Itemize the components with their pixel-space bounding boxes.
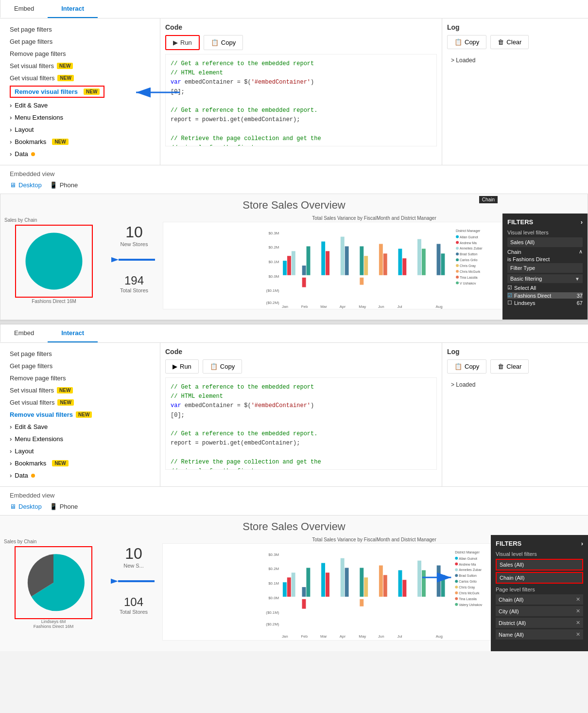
filter-chain-item-2[interactable]: Chain (All)	[497, 573, 582, 583]
tab-embed-top[interactable]: Embed	[0, 0, 48, 18]
svg-rect-24	[417, 239, 421, 275]
tab-interact-bottom[interactable]: Interact	[48, 324, 98, 342]
code-toolbar-1: ▶ Run 📋 Copy	[165, 35, 437, 50]
sidebar-set-visual-filters-1[interactable]: Set visual filters NEW	[0, 60, 160, 72]
copy-log-button-1[interactable]: 📋 Copy	[447, 35, 486, 49]
svg-text:Annelies Zubar: Annelies Zubar	[460, 247, 483, 250]
close-chain-2[interactable]: ✕	[576, 596, 580, 603]
svg-rect-71	[341, 558, 345, 597]
tab-interact-top[interactable]: Interact	[48, 0, 98, 18]
filter-fashions-direct-1[interactable]: ☑ Fashions Direct 37	[507, 292, 583, 299]
svg-text:$0.0M: $0.0M	[268, 274, 279, 279]
log-content-2: > Loaded	[447, 377, 583, 392]
chevron-icon-7: ›	[10, 435, 12, 443]
svg-rect-84	[360, 599, 363, 606]
svg-point-104	[455, 586, 458, 588]
filters-chevron-1[interactable]: ›	[581, 218, 583, 226]
sidebar-edit-save-2[interactable]: › Edit & Save	[0, 421, 160, 433]
svg-rect-82	[441, 575, 445, 597]
svg-text:Chris McGurk: Chris McGurk	[460, 270, 481, 273]
clear-log-button-1[interactable]: 🗑 Clear	[490, 35, 529, 49]
sidebar-bookmarks-1[interactable]: › Bookmarks NEW	[0, 136, 160, 148]
select-all-checkbox-1: ☑	[507, 285, 512, 291]
svg-rect-73	[360, 568, 363, 597]
report-area-2: Store Sales Overview Sales by Chain Lind…	[0, 515, 588, 651]
filters-chevron-2[interactable]: ›	[581, 540, 583, 547]
pie-caption-1: Fashions Direct 16M	[4, 299, 104, 304]
chevron-icon-3: ›	[10, 126, 12, 133]
sidebar-remove-visual-filters-1[interactable]: Remove visual filters NEW	[10, 86, 104, 98]
sidebar-get-page-filters-2[interactable]: Get page filters	[0, 360, 160, 372]
svg-rect-16	[341, 237, 345, 275]
run-button-1[interactable]: ▶ Run	[165, 35, 200, 50]
tab-embed-bottom[interactable]: Embed	[0, 324, 48, 342]
svg-rect-20	[379, 244, 383, 275]
sidebar-bookmarks-2[interactable]: › Bookmarks NEW	[0, 457, 160, 469]
sidebar-set-page-filters-1[interactable]: Set page filters	[0, 23, 160, 36]
clear-log-button-2[interactable]: 🗑 Clear	[490, 359, 529, 374]
close-city-2[interactable]: ✕	[576, 608, 580, 614]
chain-label-1: Chain	[507, 249, 521, 255]
svg-text:Jul: Jul	[397, 304, 402, 309]
embedded-title-1: Embedded view	[10, 170, 578, 178]
filter-sales-item-2[interactable]: Sales (All)	[497, 560, 582, 570]
desktop-btn-2[interactable]: 🖥 Desktop	[10, 503, 42, 510]
sidebar-remove-page-filters-2[interactable]: Remove page filters	[0, 372, 160, 384]
desktop-btn-1[interactable]: 🖥 Desktop	[10, 181, 42, 189]
svg-text:Tina Lassila: Tina Lassila	[460, 276, 478, 279]
copy-icon-code-1: 📋	[211, 39, 219, 46]
copy-code-button-2[interactable]: 📋 Copy	[203, 359, 242, 374]
svg-text:Aug: Aug	[436, 304, 443, 309]
log-title-2: Log	[447, 348, 583, 356]
svg-text:Chris McGurk: Chris McGurk	[459, 591, 480, 595]
phone-btn-1[interactable]: 📱 Phone	[50, 181, 78, 189]
sidebar-data-1[interactable]: › Data	[0, 148, 160, 160]
copy-code-button-1[interactable]: 📋 Copy	[204, 35, 243, 50]
select-all-row-1[interactable]: ☑ Select All	[507, 285, 583, 291]
svg-point-96	[455, 563, 458, 566]
top-code-section: Code ▶ Run 📋 Copy // Get a reference to …	[160, 18, 442, 165]
code-title-2: Code	[165, 348, 437, 356]
sidebar-menu-ext-1[interactable]: › Menu Extensions	[0, 111, 160, 124]
filter-lindseys-1[interactable]: ☐ Lindseys 67	[507, 300, 583, 306]
sidebar-menu-ext-2[interactable]: › Menu Extensions	[0, 433, 160, 445]
svg-point-47	[456, 258, 459, 261]
chain-annotation-1: Chain	[479, 196, 498, 203]
close-name-2[interactable]: ✕	[576, 631, 580, 638]
run-icon-2: ▶	[173, 363, 177, 370]
filter-type-value-1[interactable]: Basic filtering ▼	[507, 274, 583, 283]
sidebar-layout-1[interactable]: › Layout	[0, 124, 160, 136]
sidebar-get-page-filters-1[interactable]: Get page filters	[0, 36, 160, 48]
page-filter-city-2[interactable]: City (All) ✕	[496, 606, 583, 616]
svg-point-102	[455, 580, 458, 583]
sidebar-remove-visual-filters-wrapper-1: Remove visual filters NEW	[0, 84, 160, 99]
sidebar-remove-page-filters-1[interactable]: Remove page filters	[0, 48, 160, 60]
sidebar-layout-2[interactable]: › Layout	[0, 445, 160, 457]
svg-point-108	[455, 597, 458, 600]
sidebar-data-2[interactable]: › Data	[0, 469, 160, 481]
svg-rect-14	[321, 242, 325, 275]
chain-chevron-1[interactable]: ∧	[579, 249, 583, 255]
metrics-section-2: 10 New S... 104 Total Stores	[107, 535, 160, 651]
run-button-2[interactable]: ▶ Run	[165, 359, 199, 374]
sidebar-remove-visual-filters-2[interactable]: Remove visual filters NEW	[0, 409, 160, 421]
pie-label-1: Sales by Chain	[4, 217, 104, 223]
svg-rect-80	[422, 570, 426, 596]
sidebar-set-visual-filters-2[interactable]: Set visual filters NEW	[0, 384, 160, 396]
svg-text:$0.1M: $0.1M	[268, 581, 279, 586]
page-filter-district-2[interactable]: District (All) ✕	[496, 618, 583, 628]
copy-log-button-2[interactable]: 📋 Copy	[447, 359, 486, 374]
svg-rect-25	[422, 249, 426, 275]
close-district-2[interactable]: ✕	[576, 620, 580, 626]
sidebar-set-page-filters-2[interactable]: Set page filters	[0, 348, 160, 360]
page-filter-chain-2[interactable]: Chain (All) ✕	[496, 594, 583, 605]
svg-text:Annelies Zubar: Annelies Zubar	[459, 568, 482, 571]
filter-sales-1[interactable]: Sales (All)	[507, 237, 583, 247]
svg-rect-28	[302, 278, 306, 287]
phone-btn-2[interactable]: 📱 Phone	[50, 503, 78, 510]
chevron-icon-8: ›	[10, 447, 12, 455]
page-filter-name-2[interactable]: Name (All) ✕	[496, 629, 583, 640]
sidebar-get-visual-filters-2[interactable]: Get visual filters NEW	[0, 396, 160, 409]
metrics-section-1: 10 New Stores 194 Total Stores	[107, 214, 161, 320]
pie-wrapper-1	[15, 225, 93, 298]
